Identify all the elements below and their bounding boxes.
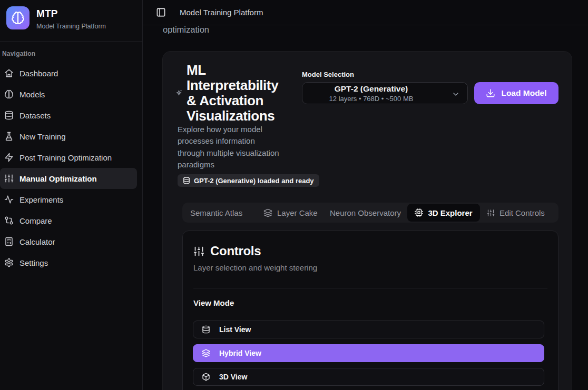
tab-label: Semantic Atlas (190, 208, 242, 217)
cpu-icon (415, 208, 423, 217)
gear-icon (4, 258, 14, 267)
app-subtitle: Model Training Platform (36, 23, 106, 30)
tab-label: Neuron Observatory (330, 208, 401, 217)
topbar: Model Training Platform (143, 0, 588, 25)
status-badge-text: GPT-2 (Generative) loaded and ready (194, 177, 314, 185)
previous-section-text: optimization (163, 25, 209, 35)
tab-label: Layer Cake (277, 208, 318, 217)
view-mode-label-text: Hybrid View (219, 349, 261, 357)
tab-edit-controls[interactable]: Edit Controls (487, 203, 545, 223)
controls-card: Controls Layer selection and weight stee… (182, 231, 558, 390)
visualization-tabbar: Semantic Atlas Layer Cake Neuron Observa… (182, 203, 558, 223)
view-mode-hybrid-button[interactable]: Hybrid View (193, 344, 544, 362)
sidebar: MTP Model Training Platform Navigation D… (0, 0, 143, 390)
sidebar-item-settings[interactable]: Settings (0, 252, 137, 273)
database-icon (4, 111, 14, 120)
tab-semantic-atlas[interactable]: Semantic Atlas (190, 203, 242, 223)
sparkles-icon (175, 89, 182, 96)
sidebar-item-label: Settings (19, 258, 48, 267)
git-compare-icon (4, 216, 14, 225)
download-icon (486, 88, 495, 98)
layers-icon (263, 208, 272, 217)
activity-icon (4, 195, 14, 204)
sidebar-item-datasets[interactable]: Datasets (0, 105, 137, 126)
database-icon (183, 177, 190, 184)
view-mode-3d-button[interactable]: 3D View (193, 368, 544, 386)
status-badge: GPT-2 (Generative) loaded and ready (178, 174, 319, 187)
brain-icon (4, 89, 14, 99)
divider (193, 288, 547, 288)
sidebar-item-label: New Training (19, 132, 66, 141)
load-model-button[interactable]: Load Model (474, 82, 558, 104)
sidebar-item-compare[interactable]: Compare (0, 210, 137, 231)
zap-icon (4, 153, 14, 162)
sidebar-item-experiments[interactable]: Experiments (0, 189, 137, 210)
chevron-down-icon (452, 90, 460, 98)
home-icon (4, 68, 14, 78)
sidebar-item-manual-optimization[interactable]: Manual Optimization (0, 168, 137, 189)
page-subtitle: Explore how your model processes informa… (178, 124, 307, 171)
sidebar-item-label: Calculator (19, 237, 55, 246)
sidebar-item-calculator[interactable]: Calculator (0, 231, 137, 252)
tab-neuron-observatory[interactable]: Neuron Observatory (330, 203, 401, 223)
page-title: ML Interpretability & Activation Visuali… (187, 63, 297, 124)
sidebar-item-models[interactable]: Models (0, 84, 137, 105)
sliders-vertical-icon (4, 174, 14, 183)
view-mode-label: View Mode (193, 298, 234, 307)
load-model-label: Load Model (501, 88, 546, 98)
database-icon (202, 325, 210, 334)
controls-subtitle: Layer selection and weight steering (193, 263, 317, 272)
main-content: optimization ML Interpretability & Activ… (143, 25, 588, 390)
app-logo (6, 6, 30, 29)
model-select-value: GPT-2 (Generative) (335, 84, 408, 94)
layers-icon (202, 349, 210, 357)
tab-label: Edit Controls (499, 208, 545, 217)
sliders-vertical-icon (193, 246, 204, 257)
sidebar-item-label: Dashboard (19, 69, 58, 78)
topbar-title: Model Training Platform (180, 8, 263, 17)
box-icon (202, 373, 210, 381)
visualization-panel: ML Interpretability & Activation Visuali… (162, 51, 572, 390)
sidebar-item-label: Experiments (19, 195, 63, 204)
model-select-meta: 12 layers • 768D • ~500 MB (329, 95, 414, 103)
tab-label: 3D Explorer (428, 208, 472, 217)
app-logo-row: MTP Model Training Platform (0, 0, 142, 36)
model-select[interactable]: GPT-2 (Generative) 12 layers • 768D • ~5… (302, 82, 468, 104)
controls-title: Controls (210, 244, 261, 258)
tab-layer-cake[interactable]: Layer Cake (263, 203, 318, 223)
sidebar-item-label: Post Training Optimization (19, 153, 112, 162)
flask-icon (4, 132, 14, 141)
app-name: MTP (36, 8, 106, 19)
tab-3d-explorer[interactable]: 3D Explorer (407, 204, 480, 222)
view-mode-label-text: List View (219, 325, 251, 334)
sidebar-item-dashboard[interactable]: Dashboard (0, 63, 137, 84)
sidebar-item-label: Datasets (19, 111, 51, 120)
sidebar-nav: Dashboard Models Datasets New Training P… (0, 63, 142, 273)
sidebar-item-label: Compare (19, 216, 52, 225)
model-selection-label: Model Selection (302, 71, 354, 78)
sidebar-item-label: Models (19, 90, 45, 99)
sidebar-item-post-training-optimization[interactable]: Post Training Optimization (0, 147, 137, 168)
sidebar-item-new-training[interactable]: New Training (0, 126, 137, 147)
view-mode-label-text: 3D View (219, 373, 247, 381)
calculator-icon (4, 237, 14, 246)
sliders-vertical-icon (487, 209, 495, 217)
panel-left-icon[interactable] (156, 7, 166, 17)
nav-section-label: Navigation (0, 42, 142, 63)
brain-icon (11, 11, 25, 25)
sidebar-item-label: Manual Optimization (19, 174, 97, 183)
view-mode-list-button[interactable]: List View (193, 321, 544, 338)
